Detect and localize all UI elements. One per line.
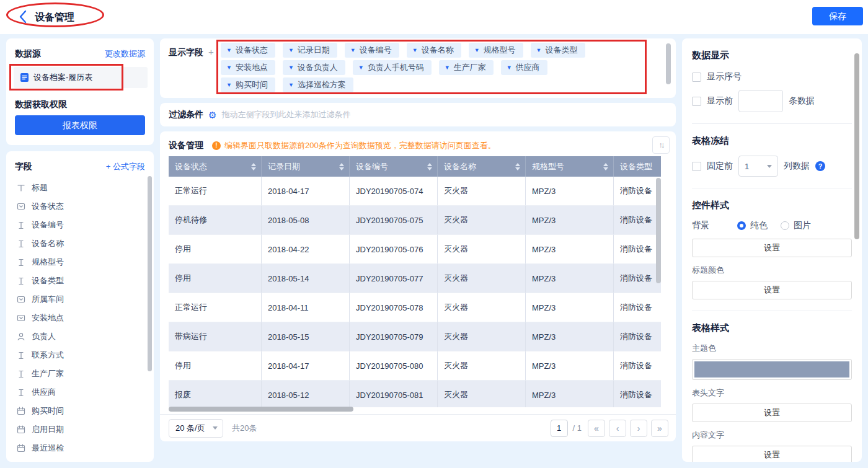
field-item[interactable]: 最近巡检 <box>6 439 154 457</box>
filter-placeholder: 拖动左侧字段到此处来添加过滤条件 <box>221 109 350 120</box>
freeze-count-select[interactable]: 1 <box>738 156 778 177</box>
display-field-chip[interactable]: ▼生产厂家 <box>439 60 494 75</box>
field-item-label: 规格型号 <box>32 257 64 268</box>
current-page-input[interactable]: 1 <box>551 420 568 437</box>
table-cell: 灭火器 <box>438 351 526 381</box>
show-first-count-input[interactable] <box>738 90 783 112</box>
fields-scrollbar[interactable] <box>148 176 152 371</box>
field-item[interactable]: 供应商 <box>6 383 154 402</box>
content-text-set-button[interactable]: 设置 <box>692 446 852 462</box>
display-field-chip[interactable]: ▼购买时间 <box>221 77 275 92</box>
chip-label: 设备类型 <box>546 45 578 56</box>
select-icon <box>16 201 26 211</box>
display-field-chip[interactable]: ▼安装地点 <box>221 60 275 75</box>
title-color-set-button[interactable]: 设置 <box>692 281 852 299</box>
display-field-chip[interactable]: ▼设备负责人 <box>283 60 345 75</box>
table-horizontal-scrollbar[interactable] <box>169 407 353 412</box>
next-page-button[interactable]: › <box>630 420 647 437</box>
chip-label: 安装地点 <box>236 62 268 73</box>
last-page-button[interactable]: » <box>651 420 668 437</box>
column-header[interactable]: 规格型号 <box>526 156 614 177</box>
display-field-chip[interactable]: ▼规格型号 <box>469 43 523 58</box>
sort-arrows-icon[interactable] <box>603 163 608 170</box>
display-fields-scrollbar[interactable] <box>666 43 671 84</box>
background-set-button[interactable]: 设置 <box>692 239 852 257</box>
column-header[interactable]: 设备编号 <box>350 156 438 177</box>
field-item[interactable]: 负责人 <box>6 327 154 346</box>
chevron-down-icon: ▼ <box>358 65 364 71</box>
column-header[interactable]: 设备状态 <box>169 156 262 177</box>
first-page-button[interactable]: « <box>588 420 605 437</box>
save-button[interactable]: 保存 <box>812 7 863 25</box>
add-display-field-button[interactable]: + <box>208 46 214 57</box>
field-item[interactable]: 联系方式 <box>6 346 154 364</box>
field-item[interactable]: 购买时间 <box>6 402 154 420</box>
chevron-down-icon: ▼ <box>445 65 450 71</box>
table-cell: 2018-05-12 <box>262 381 350 407</box>
table-vertical-scrollbar[interactable] <box>656 178 661 283</box>
chip-label: 设备名称 <box>422 45 454 56</box>
page-size-select[interactable]: 20 条/页 <box>169 419 223 438</box>
field-item[interactable]: 设备名称 <box>6 234 154 253</box>
table-cell: MPZ/3 <box>526 264 614 293</box>
solid-color-radio[interactable] <box>737 221 746 230</box>
image-radio[interactable] <box>781 221 789 230</box>
table-cell: JDY20190705-076 <box>350 235 438 264</box>
chip-label: 购买时间 <box>236 79 268 91</box>
display-field-chip[interactable]: ▼负责人手机号码 <box>353 60 432 75</box>
column-header[interactable]: 设备名称 <box>438 156 526 177</box>
field-item[interactable]: 所属车间 <box>6 290 154 309</box>
theme-color-label: 主题色 <box>692 343 852 354</box>
change-datasource-link[interactable]: 更改数据源 <box>105 48 145 60</box>
table-cell: 2018-04-17 <box>262 351 350 381</box>
field-item[interactable]: 设备类型 <box>6 272 154 290</box>
display-field-chip[interactable]: ▼供应商 <box>501 60 547 75</box>
header-text-set-button[interactable]: 设置 <box>692 404 852 422</box>
display-field-chip[interactable]: ▼设备名称 <box>407 43 461 58</box>
field-item[interactable]: 生产厂家 <box>6 364 154 383</box>
display-field-chip[interactable]: ▼设备类型 <box>531 43 585 58</box>
table-header-row: 设备状态记录日期设备编号设备名称规格型号设备类型 <box>169 156 661 177</box>
field-item[interactable]: 设备状态 <box>6 197 154 216</box>
field-item[interactable]: 设备编号 <box>6 216 154 234</box>
add-formula-field-link[interactable]: + 公式字段 <box>106 161 145 172</box>
chevron-down-icon: ▼ <box>507 65 512 71</box>
display-field-chip[interactable]: ▼设备状态 <box>221 43 275 58</box>
column-header[interactable]: 记录日期 <box>262 156 350 177</box>
sort-toggle-button[interactable]: ↑↓ <box>652 136 670 154</box>
text-icon <box>16 369 26 379</box>
show-index-label: 显示序号 <box>707 71 742 82</box>
show-index-checkbox[interactable] <box>692 73 701 82</box>
settings-scrollbar[interactable] <box>854 53 859 239</box>
field-item[interactable]: 规格型号 <box>6 253 154 272</box>
divider <box>692 188 852 188</box>
divider <box>692 311 852 311</box>
sort-arrows-icon[interactable] <box>339 163 344 170</box>
prev-page-button[interactable]: ‹ <box>609 420 626 437</box>
theme-color-picker[interactable] <box>692 359 852 380</box>
solid-color-label: 纯色 <box>750 220 768 231</box>
freeze-checkbox[interactable] <box>692 162 701 171</box>
display-field-chip[interactable]: ▼设备编号 <box>345 43 399 58</box>
table-cell: 2018-04-22 <box>262 235 350 264</box>
sort-arrows-icon[interactable] <box>251 163 256 170</box>
back-icon[interactable] <box>16 9 31 25</box>
table-cell: 停用 <box>169 235 262 264</box>
sort-arrows-icon[interactable] <box>427 163 432 170</box>
sort-arrows-icon[interactable] <box>515 163 520 170</box>
field-item-label: 所属车间 <box>32 294 64 305</box>
field-item[interactable]: 安装地点 <box>6 309 154 327</box>
display-field-chip[interactable]: ▼选择巡检方案 <box>283 77 353 92</box>
table-cell: 灭火器 <box>438 235 526 264</box>
field-item[interactable]: 启用日期 <box>6 420 154 439</box>
datasource-item[interactable]: 设备档案-履历表 <box>14 67 148 88</box>
gear-icon[interactable]: ⚙ <box>208 110 216 120</box>
table-cell: 2018-05-08 <box>262 206 350 235</box>
column-header[interactable]: 设备类型 <box>614 156 661 177</box>
show-first-checkbox[interactable] <box>692 97 701 106</box>
help-icon[interactable]: ? <box>815 161 825 171</box>
display-field-chip[interactable]: ▼记录日期 <box>283 43 337 58</box>
report-permission-button[interactable]: 报表权限 <box>15 115 145 135</box>
chip-label: 设备负责人 <box>298 62 338 73</box>
field-item[interactable]: 标题 <box>6 179 154 197</box>
